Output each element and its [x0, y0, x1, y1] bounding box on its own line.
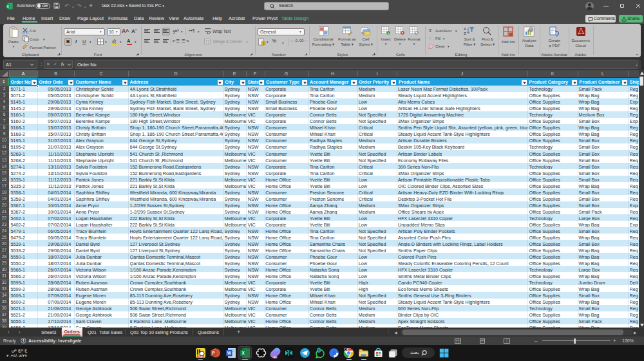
- svg-text:MHI: MHI: [273, 356, 277, 359]
- svg-text:W: W: [227, 351, 231, 355]
- svg-text:P: P: [212, 351, 215, 355]
- svg-text:X: X: [242, 351, 245, 355]
- svg-text:Player: Player: [197, 355, 204, 358]
